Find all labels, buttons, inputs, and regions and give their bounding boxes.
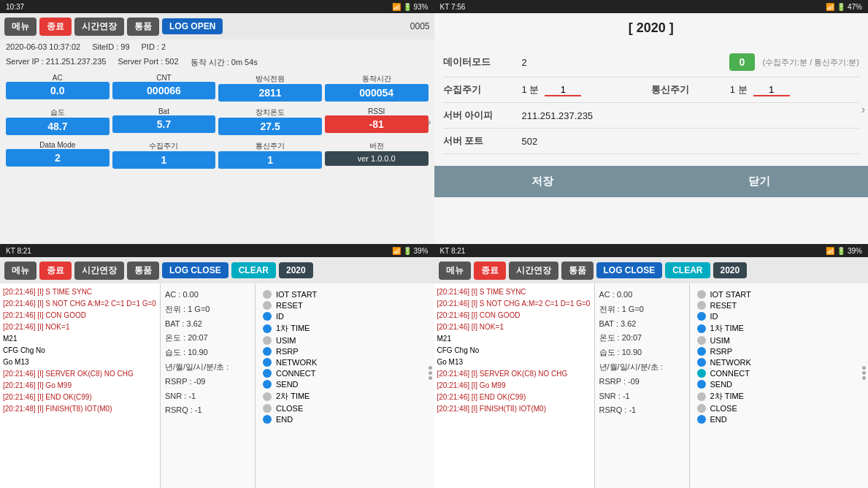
indicator-label: 2차 TIME <box>276 391 310 402</box>
panel-top-left: 10:37 📶 🔋 93% 메뉴 종료 시간연장 통품 LOG OPEN 000… <box>0 0 434 244</box>
indicator-label: NETWORK <box>276 358 317 367</box>
indicator-dot <box>263 347 272 356</box>
bottom-btns-2: 저장 닫기 <box>434 166 869 197</box>
indicator-label: NETWORK <box>710 358 751 367</box>
time-extend-button-1[interactable]: 시간연장 <box>74 18 124 36</box>
indicator-dot <box>697 369 706 378</box>
content-area-3: [20:21:46] [I] S TIME SYNC[20:21:46] [I]… <box>0 283 434 488</box>
log-line: [20:21:46] [I] Go M99 <box>3 380 157 392</box>
indicator-label: 2차 TIME <box>710 391 744 402</box>
indicator-label: RSRP <box>710 347 733 356</box>
indicator-row: IOT START <box>697 290 861 299</box>
year-button-3[interactable]: 2020 <box>279 262 313 278</box>
indicator-label: 1차 TIME <box>710 323 744 334</box>
alarm-button-1[interactable]: 통품 <box>127 18 159 36</box>
time-cell: 동작시간 000054 <box>325 74 429 102</box>
content-area-4: [20:21:46] [I] S TIME SYNC[20:21:46] [I]… <box>434 283 869 488</box>
menu-button-3[interactable]: 메뉴 <box>4 262 37 280</box>
indicator-row: 2차 TIME <box>263 391 427 402</box>
alarm-button-3[interactable]: 통품 <box>127 262 159 280</box>
indicator-row: SEND <box>263 380 427 389</box>
log-line: M21 <box>3 333 157 345</box>
clear-button-3[interactable]: CLEAR <box>231 262 276 278</box>
end-button-4[interactable]: 종료 <box>474 262 506 280</box>
mode-value: 2811 <box>218 84 322 102</box>
indicator-row: CONNECT <box>263 369 427 378</box>
end-button-1[interactable]: 종료 <box>39 18 72 36</box>
icons-1: 📶 🔋 93% <box>392 3 429 11</box>
indicator-label: CONNECT <box>276 369 315 378</box>
bat-label: Bat <box>112 107 216 115</box>
clear-button-4[interactable]: CLEAR <box>665 262 710 278</box>
time-extend-button-4[interactable]: 시간연장 <box>509 262 558 280</box>
log-close-button-3[interactable]: LOG CLOSE <box>162 262 228 278</box>
menu-button-1[interactable]: 메뉴 <box>4 18 37 36</box>
middle-row: 온도 : 20:07 <box>165 331 250 346</box>
bat-cell: Bat 5.7 <box>112 107 216 135</box>
site-id-1: SiteID : 99 <box>92 42 129 51</box>
indicator-row: ID <box>697 312 861 321</box>
indicator-dot <box>697 324 706 333</box>
datamode-value: 2 <box>6 149 110 167</box>
indicator-dot <box>697 290 706 299</box>
indicator-row: ID <box>263 312 427 321</box>
indicator-dot <box>263 358 272 367</box>
datamode-cell: Data Mode 2 <box>6 141 110 169</box>
datetime-1: 2020-06-03 10:37:02 <box>6 42 80 51</box>
comm-input[interactable] <box>753 84 790 96</box>
middle-row: RSRP : -09 <box>599 375 685 389</box>
middle-row: 습도 : 10.90 <box>165 346 250 360</box>
collect-value: 1 <box>112 151 216 169</box>
collect-freq-label: 수집주기 <box>443 83 516 96</box>
indicator-label: 1차 TIME <box>276 323 310 334</box>
time-4: KT 8:21 <box>440 247 466 255</box>
data-mode-badge: 0 <box>729 53 756 71</box>
log-line: [20:21:46] [I] CON GOOD <box>437 310 591 321</box>
menu-button-4[interactable]: 메뉴 <box>439 262 471 280</box>
data-mode-label: 데이터모드 <box>443 56 516 69</box>
log-line: [20:21:46] [I] END OK(C99) <box>3 392 157 403</box>
year-button-4[interactable]: 2020 <box>713 262 748 278</box>
indicator-label: USIM <box>276 336 296 345</box>
end-button-3[interactable]: 종료 <box>39 262 72 280</box>
log-line: [20:21:46] [I] S TIME SYNC <box>437 286 591 298</box>
indicator-label: RESET <box>276 301 303 310</box>
indicator-row: IOT START <box>263 290 427 299</box>
indicator-row: RSRP <box>263 347 427 356</box>
log-line: [20:21:46] [I] S NOT CHG A:M=2 C=1 D=1 G… <box>3 298 157 310</box>
alarm-button-4[interactable]: 통품 <box>561 262 594 280</box>
indicator-dot <box>263 369 272 378</box>
log-panel-3: [20:21:46] [I] S TIME SYNC[20:21:46] [I]… <box>0 283 161 488</box>
log-close-button-4[interactable]: LOG CLOSE <box>596 262 663 278</box>
collect-freq-row: 수집주기 1 분 통신주기 1 분 <box>443 77 860 103</box>
collect-input[interactable] <box>545 84 581 96</box>
indicator-dot <box>263 380 272 389</box>
indicator-label: END <box>710 415 727 424</box>
save-button[interactable]: 저장 <box>434 166 651 197</box>
log-open-button-1[interactable]: LOG OPEN <box>162 18 223 34</box>
indicator-dot <box>263 336 272 345</box>
log-line: Go M13 <box>3 357 157 368</box>
close-button[interactable]: 닫기 <box>651 166 868 197</box>
indicator-label: RSRP <box>276 347 299 356</box>
indicator-label: ID <box>710 312 718 321</box>
server-port-row: 서버 포트 502 <box>443 129 860 154</box>
indicator-label: CLOSE <box>276 404 303 413</box>
comm-freq-label: 통신주기 <box>651 83 724 96</box>
indicator-label: CLOSE <box>710 404 737 413</box>
pid-1: PID : 2 <box>142 42 166 51</box>
indicator-dot <box>697 336 706 345</box>
indicator-dot <box>263 415 272 424</box>
counter-1: 0005 <box>410 21 430 31</box>
log-line: [20:21:46] [I] NOK=1 <box>437 321 591 333</box>
indicator-label: END <box>276 415 293 424</box>
log-line: Go M13 <box>437 357 591 368</box>
data-grid-2: 습도 48.7 Bat 5.7 장치온도 27.5 RSSI -81 <box>0 104 434 138</box>
indicator-row: CLOSE <box>697 404 861 413</box>
temp-value: 27.5 <box>218 118 322 135</box>
right-panel-4: IOT STARTRESETID1차 TIMEUSIMRSRPNETWORKCO… <box>690 283 869 488</box>
comm-value: 1 <box>218 151 322 169</box>
time-extend-button-3[interactable]: 시간연장 <box>74 262 124 280</box>
cnt-label: CNT <box>112 74 216 82</box>
icons-2: 📶 🔋 47% <box>826 3 862 11</box>
